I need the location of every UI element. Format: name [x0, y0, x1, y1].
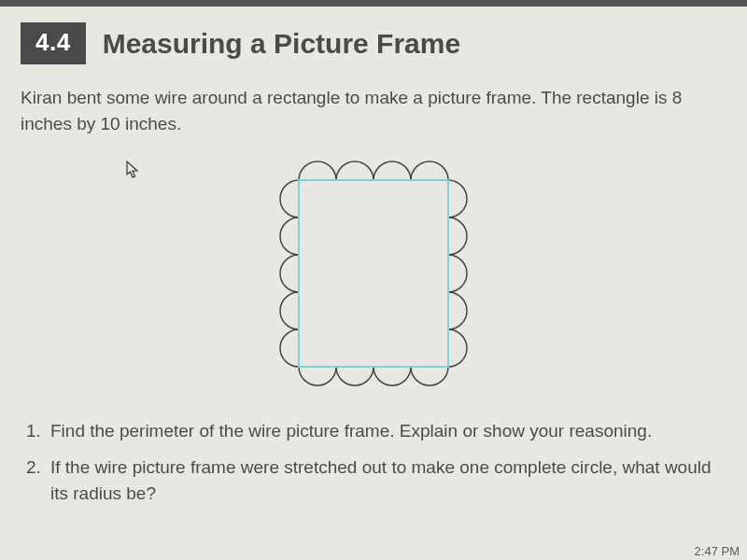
heading-row: 4.4 Measuring a Picture Frame	[21, 22, 726, 64]
frame-figure	[21, 146, 726, 401]
picture-frame-svg	[266, 146, 481, 401]
scallop-group	[280, 161, 467, 385]
document-page: 4.4 Measuring a Picture Frame Kiran bent…	[0, 0, 747, 508]
taskbar-clock: 2:47 PM	[695, 544, 740, 558]
question-item: If the wire picture frame were stretched…	[26, 455, 726, 508]
inner-rectangle	[299, 180, 448, 367]
question-list: Find the perimeter of the wire picture f…	[21, 418, 726, 508]
intro-text: Kiran bent some wire around a rectangle …	[21, 85, 726, 136]
section-number-badge: 4.4	[21, 22, 86, 64]
question-item: Find the perimeter of the wire picture f…	[26, 418, 726, 445]
section-title: Measuring a Picture Frame	[103, 28, 460, 60]
